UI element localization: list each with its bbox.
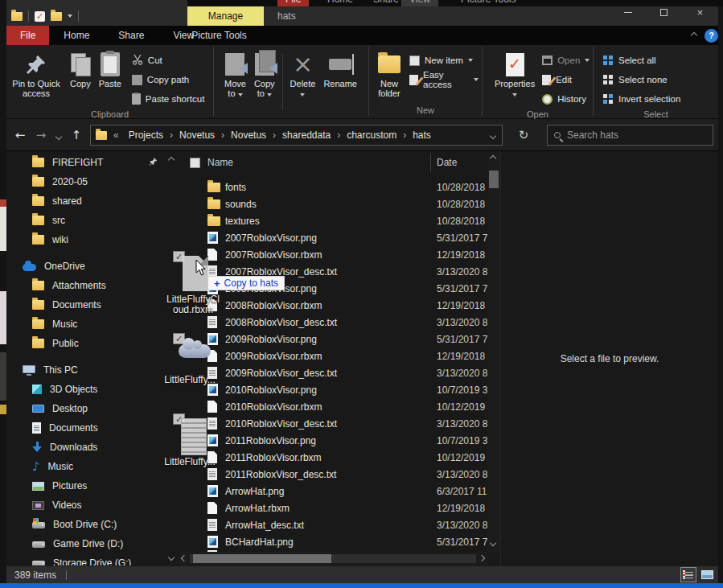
- file-row[interactable]: 2009RobloxVisor_desc.txt 3/13/2020 8: [179, 364, 487, 381]
- sidebar-item[interactable]: Documents: [6, 418, 179, 438]
- select-none-button[interactable]: Select none: [600, 70, 684, 89]
- sidebar-item[interactable]: OneDrive: [6, 257, 179, 276]
- file-row[interactable]: 2007RobloxVisor.png 5/31/2017 7: [179, 229, 487, 246]
- file-row[interactable]: ArrowHat_desc.txt 3/13/2020 8: [179, 516, 487, 533]
- refresh-button[interactable]: ↻: [513, 125, 534, 146]
- file-row[interactable]: BCHardHat.png 5/31/2017 7: [179, 533, 487, 550]
- paste-shortcut-button[interactable]: Paste shortcut: [129, 89, 208, 109]
- search-input[interactable]: [567, 130, 688, 141]
- tab-manage[interactable]: Manage: [187, 6, 264, 26]
- cut-button[interactable]: Cut: [129, 51, 208, 70]
- horizontal-scrollbar[interactable]: [179, 552, 487, 565]
- file-row[interactable]: 2008RobloxVisor_desc.txt 3/13/2020 8: [179, 314, 487, 331]
- qat-new-folder-icon[interactable]: [51, 12, 62, 21]
- breadcrumb-item[interactable]: Novetus: [173, 130, 221, 141]
- sidebar-item[interactable]: Downloads: [6, 438, 179, 457]
- help-icon[interactable]: ?: [705, 29, 718, 43]
- tab-share[interactable]: Share: [104, 26, 158, 45]
- qat-properties-icon[interactable]: ✓: [35, 11, 45, 22]
- thumbnails-view-button[interactable]: [699, 567, 715, 582]
- edit-button[interactable]: Edit: [539, 70, 593, 89]
- rename-button[interactable]: Rename: [319, 47, 361, 88]
- copy-button[interactable]: Copy: [66, 47, 95, 88]
- scroll-left-icon[interactable]: [181, 555, 187, 561]
- file-row[interactable]: 2010RobloxVisor_desc.txt 3/13/2020 8: [179, 415, 487, 432]
- file-row[interactable]: 2011RobloxVisor_desc.txt 3/13/2020 8: [179, 466, 487, 483]
- scroll-right-icon[interactable]: [479, 555, 485, 561]
- sidebar-item[interactable]: FIREFIGHT: [6, 153, 179, 172]
- crumb-overflow-chevrons[interactable]: «: [107, 130, 122, 141]
- file-row[interactable]: sounds 10/28/2018: [179, 195, 487, 212]
- sidebar-item[interactable]: src: [6, 211, 179, 230]
- breadcrumb-item[interactable]: Projects: [122, 130, 170, 141]
- tab-picture-tools[interactable]: Picture Tools: [181, 26, 257, 45]
- forward-button[interactable]: →: [31, 128, 51, 142]
- address-dropdown-icon[interactable]: [491, 130, 495, 141]
- column-header-name[interactable]: Name: [207, 157, 233, 168]
- details-view-button[interactable]: [680, 567, 696, 582]
- easy-access-button[interactable]: Easy access: [406, 70, 482, 89]
- move-to-button[interactable]: Move to: [220, 47, 250, 98]
- sidebar-item[interactable]: Videos: [6, 495, 179, 515]
- copy-to-button[interactable]: Copy to: [250, 47, 279, 98]
- vertical-scrollbar-thumb[interactable]: [489, 171, 499, 188]
- breadcrumb-item[interactable]: charcustom: [340, 130, 403, 141]
- up-button[interactable]: ↑: [66, 128, 87, 142]
- properties-button[interactable]: ✓ Properties: [491, 47, 539, 98]
- file-row[interactable]: 2008RobloxVisor.png 5/31/2017 7: [179, 280, 487, 297]
- file-row[interactable]: ArrowHat.png 6/3/2017 11: [179, 483, 487, 500]
- back-button[interactable]: ←: [10, 128, 31, 142]
- pin-to-quick-access-button[interactable]: Pin to Quick access: [6, 47, 66, 98]
- address-bar[interactable]: « Projects › Novetus › Novetus › sharedd…: [90, 125, 503, 146]
- sidebar-item[interactable]: Boot Drive (C:): [6, 515, 179, 534]
- new-folder-button[interactable]: New folder: [374, 47, 405, 98]
- tab-file[interactable]: File: [6, 26, 49, 45]
- sidebar-item[interactable]: Game Drive (D:): [6, 534, 179, 553]
- file-row[interactable]: textures 10/28/2018: [179, 212, 487, 229]
- file-row[interactable]: 2008RobloxVisor.rbxm 12/19/2018: [179, 297, 487, 314]
- paste-button[interactable]: Paste: [95, 47, 125, 88]
- file-row[interactable]: 2011RobloxVisor.rbxm 10/12/2019: [179, 449, 487, 466]
- scroll-up-icon[interactable]: [490, 155, 496, 162]
- qat-customize-caret-icon[interactable]: [68, 14, 72, 18]
- select-all-checkbox[interactable]: [190, 158, 200, 168]
- file-row[interactable]: fonts 10/28/2018: [179, 179, 487, 195]
- select-all-button[interactable]: Select all: [600, 51, 684, 70]
- new-item-button[interactable]: New item: [406, 51, 482, 70]
- recent-locations-button[interactable]: [51, 128, 66, 142]
- delete-button[interactable]: × Delete: [286, 47, 320, 98]
- qat-folder-icon[interactable]: [11, 12, 23, 21]
- sidebar-item[interactable]: Desktop: [6, 399, 179, 418]
- file-row[interactable]: 2007RobloxVisor_desc.txt 3/13/2020 8: [179, 263, 487, 280]
- breadcrumb-item[interactable]: shareddata: [276, 130, 337, 141]
- history-button[interactable]: History: [539, 89, 593, 109]
- vertical-scrollbar[interactable]: [487, 151, 500, 552]
- file-row[interactable]: 2007RobloxVisor.rbxm 12/19/2018: [179, 246, 487, 263]
- horizontal-scrollbar-thumb[interactable]: [193, 554, 331, 563]
- column-divider[interactable]: [430, 153, 431, 172]
- column-header-date[interactable]: Date: [437, 157, 457, 168]
- invert-selection-button[interactable]: Invert selection: [600, 89, 684, 109]
- breadcrumb-item[interactable]: hats: [406, 130, 437, 141]
- sidebar-item[interactable]: Pictures: [6, 476, 179, 495]
- collapse-ribbon-icon[interactable]: [691, 32, 697, 39]
- file-row[interactable]: 2011RobloxVisor.png 10/7/2019 3: [179, 432, 487, 449]
- sidebar-item[interactable]: wiki: [6, 230, 179, 249]
- tab-home[interactable]: Home: [49, 26, 104, 45]
- file-row[interactable]: 2009RobloxVisor.png 5/31/2017 7: [179, 331, 487, 347]
- copy-path-button[interactable]: Copy path: [129, 70, 208, 89]
- sidebar-item[interactable]: This PC: [6, 360, 179, 380]
- scroll-down-icon[interactable]: [490, 540, 496, 546]
- file-row[interactable]: 2010RobloxVisor.png 10/7/2019 3: [179, 381, 487, 398]
- sidebar-item[interactable]: Storage Drive (G:): [6, 553, 179, 565]
- breadcrumb-item[interactable]: Novetus: [224, 130, 273, 141]
- sidebar-item[interactable]: ♪ Music: [6, 457, 179, 476]
- file-row[interactable]: 2010RobloxVisor.rbxm 10/12/2019: [179, 398, 487, 415]
- sidebar-item[interactable]: Public: [6, 334, 179, 353]
- file-row[interactable]: ArrowHat.rbxm 12/19/2018: [179, 500, 487, 516]
- sidebar-item[interactable]: Documents: [6, 295, 179, 315]
- sidebar-item[interactable]: Attachments: [6, 276, 179, 295]
- sidebar-item[interactable]: 2020-05: [6, 172, 179, 191]
- open-button[interactable]: Open: [539, 51, 593, 70]
- search-box[interactable]: [547, 125, 713, 146]
